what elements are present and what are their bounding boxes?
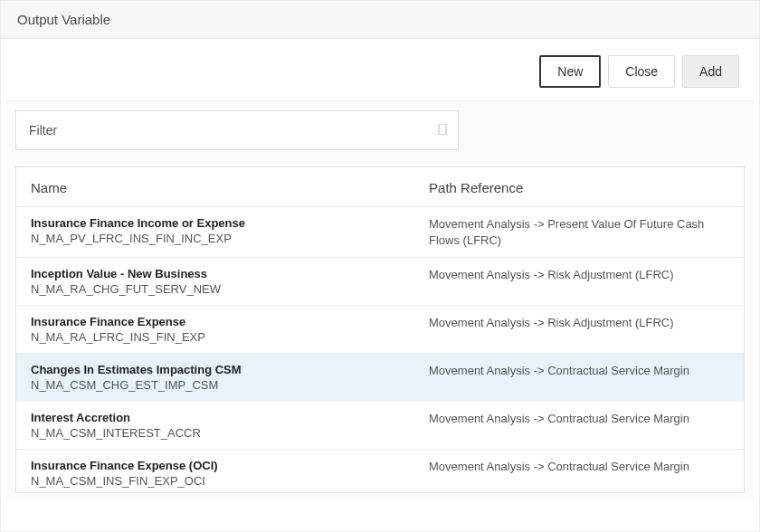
row-code: N_MA_PV_LFRC_INS_FIN_INC_EXP xyxy=(31,232,429,245)
row-title: Inception Value - New Business xyxy=(31,267,429,280)
table-row[interactable]: Insurance Finance Expense (OCI)N_MA_CSM_… xyxy=(16,450,744,492)
cell-path: Movement Analysis -> Contractual Service… xyxy=(429,459,729,488)
table-header: Name Path Reference xyxy=(16,167,744,207)
cell-name: Insurance Finance ExpenseN_MA_RA_LFRC_IN… xyxy=(31,315,429,344)
dialog-title: Output Variable xyxy=(17,12,110,27)
table-body[interactable]: Insurance Finance Income or ExpenseN_MA_… xyxy=(16,207,744,492)
row-code: N_MA_RA_LFRC_INS_FIN_EXP xyxy=(31,330,429,344)
cell-path: Movement Analysis -> Present Value Of Fu… xyxy=(429,216,729,248)
table-row[interactable]: Changes In Estimates Impacting CSMN_MA_C… xyxy=(16,354,744,402)
cell-path: Movement Analysis -> Contractual Service… xyxy=(429,363,729,392)
row-code: N_MA_CSM_INS_FIN_EXP_OCI xyxy=(31,474,429,488)
table-row[interactable]: Insurance Finance ExpenseN_MA_RA_LFRC_IN… xyxy=(16,306,744,354)
cell-path: Movement Analysis -> Risk Adjustment (LF… xyxy=(429,315,729,344)
cell-name: Insurance Finance Expense (OCI)N_MA_CSM_… xyxy=(31,459,429,488)
row-title: Interest Accretion xyxy=(31,411,429,424)
close-button[interactable]: Close xyxy=(608,55,675,88)
toolbar: New Close Add xyxy=(1,39,759,100)
filter-field[interactable] xyxy=(15,110,459,150)
cell-path: Movement Analysis -> Risk Adjustment (LF… xyxy=(429,267,729,296)
filter-input[interactable] xyxy=(29,123,432,138)
row-code: N_MA_CSM_CHG_EST_IMP_CSM xyxy=(31,378,429,392)
row-title: Insurance Finance Income or Expense xyxy=(31,216,429,230)
results-table: Name Path Reference Insurance Finance In… xyxy=(15,166,745,493)
dialog-header: Output Variable xyxy=(1,1,759,39)
new-button[interactable]: New xyxy=(539,55,601,88)
cell-path: Movement Analysis -> Contractual Service… xyxy=(429,411,729,440)
add-button[interactable]: Add xyxy=(682,55,739,88)
row-title: Changes In Estimates Impacting CSM xyxy=(31,363,429,376)
table-row[interactable]: Insurance Finance Income or ExpenseN_MA_… xyxy=(16,207,744,258)
column-header-path[interactable]: Path Reference xyxy=(429,180,729,195)
content-area: Name Path Reference Insurance Finance In… xyxy=(6,100,754,502)
cell-name: Changes In Estimates Impacting CSMN_MA_C… xyxy=(31,363,429,392)
row-code: N_MA_CSM_INTEREST_ACCR xyxy=(31,426,429,440)
table-row[interactable]: Interest AccretionN_MA_CSM_INTEREST_ACCR… xyxy=(16,402,744,450)
row-code: N_MA_RA_CHG_FUT_SERV_NEW xyxy=(31,282,429,296)
row-title: Insurance Finance Expense (OCI) xyxy=(31,459,429,472)
cell-name: Interest AccretionN_MA_CSM_INTEREST_ACCR xyxy=(31,411,429,440)
cell-name: Insurance Finance Income or ExpenseN_MA_… xyxy=(31,216,429,248)
column-header-name[interactable]: Name xyxy=(31,180,429,195)
filter-icon[interactable] xyxy=(432,124,452,137)
cell-name: Inception Value - New BusinessN_MA_RA_CH… xyxy=(31,267,429,296)
row-title: Insurance Finance Expense xyxy=(31,315,429,328)
table-row[interactable]: Inception Value - New BusinessN_MA_RA_CH… xyxy=(16,258,744,306)
svg-rect-0 xyxy=(439,124,446,135)
